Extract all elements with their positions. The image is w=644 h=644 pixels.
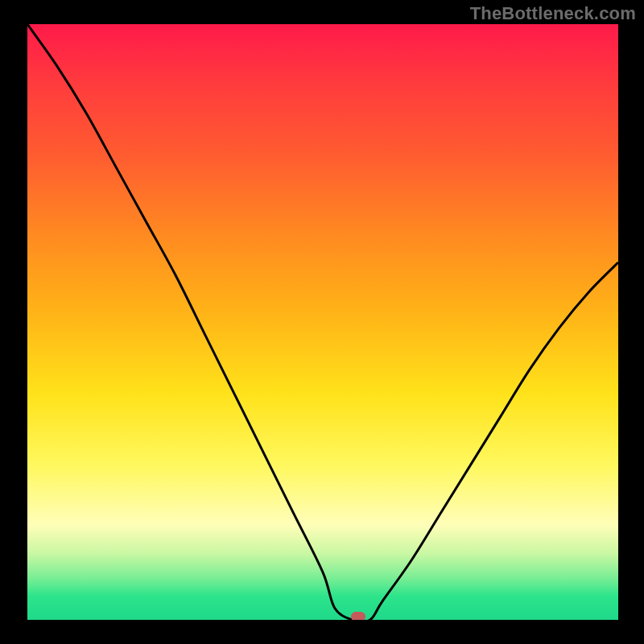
plot-area bbox=[27, 24, 618, 620]
curve-path bbox=[27, 24, 618, 620]
watermark-text: TheBottleneck.com bbox=[470, 3, 636, 24]
bottleneck-curve bbox=[27, 24, 618, 620]
optimal-point-marker bbox=[351, 612, 365, 620]
chart-frame: TheBottleneck.com bbox=[0, 0, 644, 644]
